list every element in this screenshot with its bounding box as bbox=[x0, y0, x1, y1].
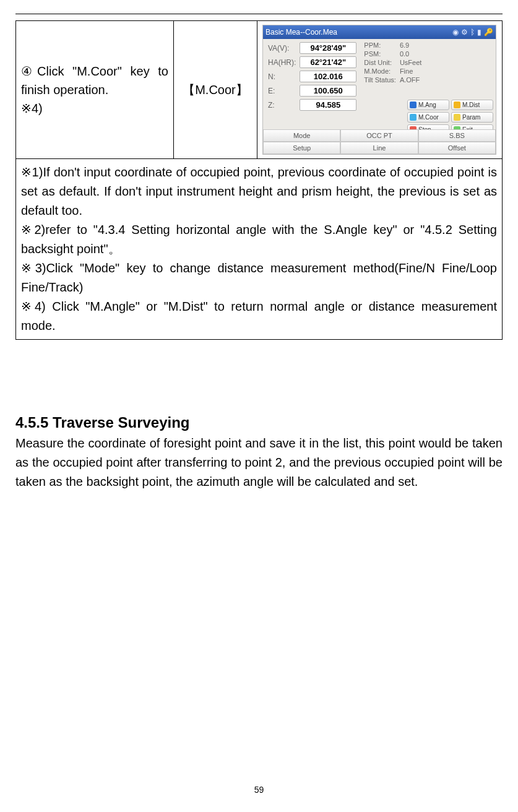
device-title: Basic Mea--Coor.Mea bbox=[265, 28, 337, 37]
dist-value: UsFeet bbox=[399, 59, 423, 66]
tilt-value: A.OFF bbox=[399, 76, 423, 84]
notes-cell: ※1)If don't input coordinate of occupied… bbox=[16, 159, 503, 340]
screenshot-cell: Basic Mea--Coor.Mea ◉ ⚙ ᛒ ▮ 🔑 VA(V): 94°… bbox=[257, 21, 503, 159]
battery-icon: ▮ bbox=[477, 28, 481, 37]
device-screenshot: Basic Mea--Coor.Mea ◉ ⚙ ᛒ ▮ 🔑 VA(V): 94°… bbox=[262, 25, 496, 155]
line-tab[interactable]: Line bbox=[340, 142, 418, 154]
mcoor-button[interactable]: M.Coor bbox=[407, 112, 449, 123]
n-label: N: bbox=[267, 70, 297, 83]
section-body: Measure the coordinate of foresight poin… bbox=[15, 434, 503, 491]
ha-value: 62°21'42" bbox=[300, 56, 356, 68]
gear-icon: ⚙ bbox=[461, 28, 468, 37]
bluetooth-icon: ᛒ bbox=[470, 28, 475, 37]
setup-tab-label: Setup bbox=[293, 144, 311, 152]
dist-label: Dist Unit: bbox=[363, 59, 397, 66]
occpt-tab-label: OCC PT bbox=[366, 132, 392, 139]
table-row: ④Click "M.Coor" key to finish operation.… bbox=[16, 21, 503, 159]
page-top-rule bbox=[15, 14, 503, 14]
mmode-label: M.Mode: bbox=[363, 67, 397, 75]
note-4: ※4) Click "M.Angle" or "M.Dist" to retur… bbox=[21, 297, 497, 335]
mode-tab[interactable]: Mode bbox=[263, 129, 340, 142]
mdist-button[interactable]: M.Dist bbox=[451, 100, 493, 110]
z-value: 94.585 bbox=[300, 99, 356, 111]
key-icon: 🔑 bbox=[484, 28, 493, 37]
signal-icon: ◉ bbox=[452, 28, 459, 37]
globe-icon bbox=[410, 102, 417, 108]
titlebar-icon-group: ◉ ⚙ ᛒ ▮ 🔑 bbox=[452, 28, 493, 37]
mcoor-label: M.Coor bbox=[418, 114, 439, 121]
sbs-tab[interactable]: S.BS bbox=[418, 129, 496, 142]
ppm-value: 6.9 bbox=[399, 41, 423, 49]
target-icon bbox=[410, 114, 417, 121]
va-value: 94°28'49" bbox=[300, 42, 356, 54]
offset-tab-label: Offset bbox=[448, 144, 466, 152]
mang-button[interactable]: M.Ang bbox=[407, 100, 449, 110]
mode-tab-label: Mode bbox=[293, 132, 311, 139]
ha-label: HA(HR): bbox=[267, 56, 297, 69]
readings-panel: VA(V): 94°28'49" HA(HR): 62°21'42" N: 10… bbox=[265, 40, 359, 113]
instruction-text: ④Click "M.Coor" key to finish operation.… bbox=[21, 64, 168, 115]
swap-icon bbox=[454, 114, 460, 121]
line-tab-label: Line bbox=[373, 144, 386, 152]
z-label: Z: bbox=[267, 98, 297, 111]
mmode-value: Fine bbox=[399, 67, 423, 75]
offset-tab[interactable]: Offset bbox=[418, 142, 496, 154]
page-number: 59 bbox=[0, 785, 518, 795]
instruction-table: ④Click "M.Coor" key to finish operation.… bbox=[15, 20, 503, 340]
e-value: 100.650 bbox=[300, 85, 356, 97]
notes-row: ※1)If don't input coordinate of occupied… bbox=[16, 159, 503, 340]
key-label: 【M.Coor】 bbox=[183, 83, 248, 97]
note-2: ※2)refer to "4.3.4 Setting horizontal an… bbox=[21, 220, 497, 259]
ruler-icon bbox=[454, 102, 460, 108]
key-label-cell: 【M.Coor】 bbox=[174, 21, 257, 159]
ppm-label: PPM: bbox=[363, 41, 397, 49]
note-1: ※1)If don't input coordinate of occupied… bbox=[21, 163, 497, 220]
tilt-label: Tilt Status: bbox=[363, 76, 397, 84]
device-titlebar: Basic Mea--Coor.Mea ◉ ⚙ ᛒ ▮ 🔑 bbox=[263, 25, 496, 39]
bottom-tabs: Mode OCC PT S.BS Setup Line Offset bbox=[263, 129, 496, 154]
section-heading: 4.5.5 Traverse Surveying bbox=[15, 414, 503, 431]
psm-value: 0.0 bbox=[399, 50, 423, 58]
param-label: Param bbox=[462, 114, 480, 121]
va-label: VA(V): bbox=[267, 41, 297, 54]
sbs-tab-label: S.BS bbox=[449, 132, 465, 139]
note-3: ※3)Click "Mode" key to change distance m… bbox=[21, 259, 497, 297]
e-label: E: bbox=[267, 84, 297, 97]
n-value: 102.016 bbox=[300, 71, 356, 82]
instruction-cell: ④Click "M.Coor" key to finish operation.… bbox=[16, 21, 174, 159]
psm-label: PSM: bbox=[363, 50, 397, 58]
occpt-tab[interactable]: OCC PT bbox=[340, 129, 418, 142]
mang-label: M.Ang bbox=[418, 102, 436, 108]
setup-tab[interactable]: Setup bbox=[263, 142, 340, 154]
mdist-label: M.Dist bbox=[462, 102, 480, 108]
param-button[interactable]: Param bbox=[451, 112, 493, 123]
